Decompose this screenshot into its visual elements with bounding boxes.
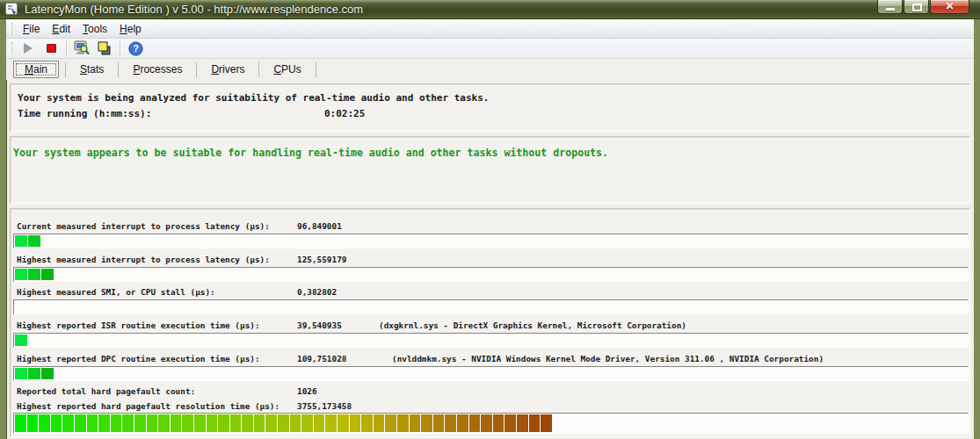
toolbar-gripper [10, 42, 12, 54]
stat-value: 3755,173458 [297, 401, 352, 411]
windows-icon [97, 41, 113, 56]
stat-value: 39,540935 [297, 320, 342, 330]
stat-value: 0,382802 [297, 287, 337, 297]
analysis-panel: Your system is being analyzed for suitab… [10, 83, 970, 132]
show-windows-button[interactable] [95, 40, 114, 57]
analysis-status-text: Your system is being analyzed for suitab… [18, 92, 489, 104]
menu-edit[interactable]: Edit [46, 21, 76, 37]
stat-label: Highest measured interrupt to process la… [17, 255, 270, 264]
tab-cpus[interactable]: CPUs [265, 61, 309, 77]
stat-value: 1026 [297, 386, 317, 396]
close-button[interactable]: ✕ [930, 0, 969, 14]
client-area: File Edit Tools Help [6, 19, 974, 439]
menu-help[interactable]: Help [113, 21, 148, 37]
stat-label: Reported total hard pagefault count: [17, 386, 195, 396]
start-monitor-button[interactable] [18, 40, 38, 57]
stat-driver-info: (dxgkrnl.sys - DirectX Graphics Kernel, … [379, 320, 686, 330]
verdict-text: Your system appears to be suitable for h… [13, 147, 608, 159]
time-running-value: 0:02:25 [324, 108, 365, 119]
highest-latency-bar [13, 267, 969, 282]
toolbar: ? [6, 39, 974, 59]
menu-file[interactable]: File [17, 21, 46, 37]
stat-driver-info: (nvlddmkm.sys - NVIDIA Windows Kernel Mo… [392, 354, 824, 363]
toolbar-separator [120, 41, 120, 55]
stat-label: Highest reported ISR routine execution t… [17, 320, 260, 330]
close-icon: ✕ [931, 0, 969, 13]
verdict-panel: Your system appears to be suitable for h… [10, 136, 970, 204]
help-icon: ? [128, 41, 143, 56]
analyze-system-button[interactable] [72, 40, 91, 57]
tab-separator [316, 62, 316, 77]
stop-icon [47, 44, 56, 53]
toolbar-separator [66, 41, 67, 55]
title-bar: LatencyMon (Home Edition ) v 5.00 - http… [0, 0, 980, 19]
stats-panel: Current measured interrupt to process la… [10, 208, 970, 437]
maximize-icon [912, 4, 922, 11]
tab-separator [258, 62, 259, 77]
play-icon [24, 43, 33, 54]
menu-tools[interactable]: Tools [76, 21, 113, 37]
stat-label: Highest reported hard pagefault resoluti… [17, 401, 279, 411]
menu-bar: File Edit Tools Help [6, 19, 974, 39]
tab-stats[interactable]: Stats [72, 61, 112, 77]
time-running-label: Time running (h:mm:ss): [18, 108, 151, 119]
stat-label: Highest reported DPC routine execution t… [17, 354, 260, 363]
tab-main[interactable]: Main [13, 61, 59, 78]
stat-value: 125,559179 [297, 255, 346, 264]
app-window: LatencyMon (Home Edition ) v 5.00 - http… [0, 0, 980, 439]
svg-text:?: ? [133, 43, 139, 54]
dpc-time-bar [13, 366, 969, 381]
app-icon [5, 3, 18, 16]
help-button[interactable]: ? [126, 40, 145, 57]
minimize-button[interactable] [877, 0, 903, 14]
tab-separator [65, 62, 66, 77]
stop-monitor-button[interactable] [41, 40, 61, 57]
stat-value: 109,751028 [297, 354, 346, 363]
current-latency-bar [13, 234, 969, 248]
window-title: LatencyMon (Home Edition ) v 5.00 - http… [25, 3, 363, 16]
minimize-icon [886, 8, 895, 11]
tab-separator [118, 62, 119, 77]
analyze-icon [74, 40, 91, 56]
tab-row: Main Stats Processes Drivers CPUs [6, 59, 974, 80]
tab-drivers[interactable]: Drivers [203, 61, 252, 77]
tab-separator [196, 62, 197, 77]
tab-processes[interactable]: Processes [125, 61, 190, 77]
stat-label: Highest measured SMI, or CPU stall (µs): [17, 287, 215, 297]
smi-stall-bar [13, 299, 969, 314]
toolbar-gripper [10, 23, 12, 35]
stat-label: Current measured interrupt to process la… [17, 221, 270, 231]
maximize-button[interactable] [904, 0, 929, 14]
pagefault-resolution-bar [13, 413, 969, 434]
isr-time-bar [13, 333, 969, 348]
stat-value: 96,849001 [297, 221, 342, 231]
